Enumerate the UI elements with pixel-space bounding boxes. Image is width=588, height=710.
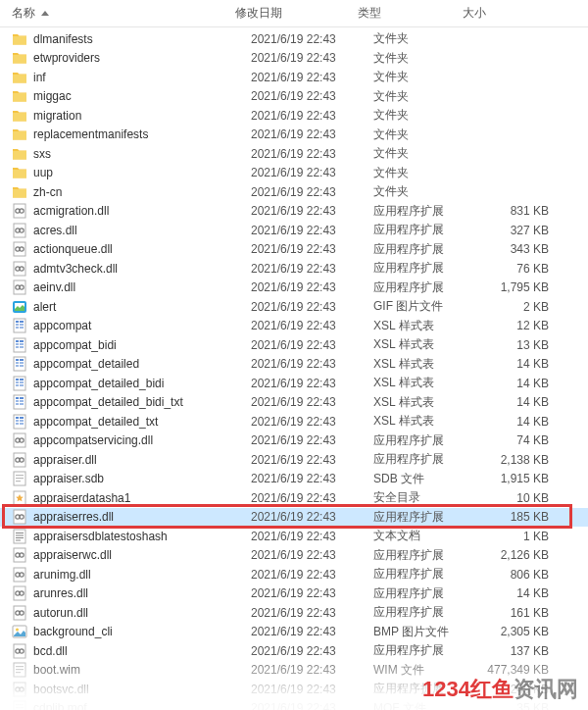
file-size: 2,305 KB xyxy=(478,625,557,638)
file-row[interactable]: appcompat_detailed_bidi2021/6/19 22:43XS… xyxy=(0,374,588,393)
svg-rect-45 xyxy=(20,384,24,386)
file-size: 2 KB xyxy=(478,300,557,314)
file-size: 343 KB xyxy=(478,242,557,256)
svg-rect-104 xyxy=(14,701,25,710)
file-row[interactable]: appcompat_detailed_bidi_txt2021/6/19 22:… xyxy=(0,393,588,413)
file-date: 2021/6/19 22:43 xyxy=(251,204,373,218)
file-row[interactable]: miggac2021/6/19 22:43文件夹 xyxy=(0,87,588,107)
wim-icon xyxy=(12,662,27,678)
file-name: arunres.dll xyxy=(33,586,251,600)
file-name: appraiserres.dll xyxy=(33,510,251,524)
file-size: 14 KB xyxy=(478,357,557,371)
file-date: 2021/6/19 22:43 xyxy=(251,510,373,524)
file-type: GIF 图片文件 xyxy=(373,298,478,315)
file-name: background_cli xyxy=(33,625,251,638)
file-name: actionqueue.dll xyxy=(33,242,251,256)
file-size: 35 KB xyxy=(478,701,557,710)
file-row[interactable]: boot.wim2021/6/19 22:43WIM 文件477,349 KB xyxy=(0,661,588,681)
file-type: XSL 样式表 xyxy=(373,318,478,334)
file-row[interactable]: appcompat2021/6/19 22:43XSL 样式表12 KB xyxy=(0,317,588,336)
svg-rect-43 xyxy=(20,381,24,383)
column-header-size[interactable]: 大小 xyxy=(463,1,561,25)
gif-icon xyxy=(12,299,27,315)
file-type: 文件夹 xyxy=(373,88,478,105)
file-date: 2021/6/19 22:43 xyxy=(251,548,373,562)
file-date: 2021/6/19 22:43 xyxy=(251,109,373,123)
file-size: 2,138 KB xyxy=(478,453,557,467)
file-row[interactable]: admtv3check.dll2021/6/19 22:43应用程序扩展76 K… xyxy=(0,259,588,279)
file-row[interactable]: acres.dll2021/6/19 22:43应用程序扩展327 KB xyxy=(0,221,588,240)
file-row[interactable]: appraiser.dll2021/6/19 22:43应用程序扩展2,138 … xyxy=(0,450,588,470)
file-date: 2021/6/19 22:43 xyxy=(251,472,373,485)
file-row[interactable]: autorun.dll2021/6/19 22:43应用程序扩展161 KB xyxy=(0,603,588,623)
file-date: 2021/6/19 22:43 xyxy=(251,606,373,620)
file-row[interactable]: migration2021/6/19 22:43文件夹 xyxy=(0,106,588,126)
file-row[interactable]: cdplib.mof2021/6/19 22:43MOF 文件35 KB xyxy=(0,699,588,711)
file-size: 12 KB xyxy=(478,319,557,332)
file-date: 2021/6/19 22:43 xyxy=(251,71,373,84)
file-type: WIM 文件 xyxy=(373,662,478,679)
file-name: miggac xyxy=(33,89,251,103)
file-row[interactable]: bootsvc.dll2021/6/19 22:43应用程序扩展249 KB xyxy=(0,680,588,699)
file-row[interactable]: etwproviders2021/6/19 22:43文件夹 xyxy=(0,49,588,69)
svg-rect-49 xyxy=(16,400,19,402)
file-row[interactable]: uup2021/6/19 22:43文件夹 xyxy=(0,164,588,183)
file-row[interactable]: zh-cn2021/6/19 22:43文件夹 xyxy=(0,182,588,202)
txt-icon xyxy=(12,529,27,544)
file-row[interactable]: bcd.dll2021/6/19 22:43应用程序扩展137 KB xyxy=(0,641,588,661)
file-type: XSL 样式表 xyxy=(373,375,478,391)
column-header-name-label: 名称 xyxy=(12,5,35,22)
file-row[interactable]: appraiserdatasha12021/6/19 22:43安全目录10 K… xyxy=(0,488,588,508)
file-row[interactable]: arunimg.dll2021/6/19 22:43应用程序扩展806 KB xyxy=(0,565,588,584)
column-header-date-label: 修改日期 xyxy=(235,5,282,22)
svg-rect-33 xyxy=(16,359,19,361)
file-row[interactable]: background_cli2021/6/19 22:43BMP 图片文件2,3… xyxy=(0,623,588,642)
file-row[interactable]: arunres.dll2021/6/19 22:43应用程序扩展14 KB xyxy=(0,584,588,604)
file-row[interactable]: appcompat_detailed2021/6/19 22:43XSL 样式表… xyxy=(0,355,588,375)
svg-rect-26 xyxy=(16,340,19,342)
xsl-icon xyxy=(12,318,27,333)
column-header-date[interactable]: 修改日期 xyxy=(235,1,358,25)
file-row[interactable]: replacementmanifests2021/6/19 22:43文件夹 xyxy=(0,126,588,145)
file-name: appcompatservicing.dll xyxy=(33,433,251,447)
file-type: 文本文档 xyxy=(373,528,478,544)
file-row[interactable]: sxs2021/6/19 22:43文件夹 xyxy=(0,144,588,164)
file-size: 13 KB xyxy=(478,338,557,352)
file-row[interactable]: appcompatservicing.dll2021/6/19 22:43应用程… xyxy=(0,431,588,451)
file-row[interactable]: appraiserwc.dll2021/6/19 22:43应用程序扩展2,12… xyxy=(0,546,588,566)
svg-point-92 xyxy=(16,629,19,632)
file-type: 文件夹 xyxy=(373,30,478,47)
file-row[interactable]: aeinv.dll2021/6/19 22:43应用程序扩展1,795 KB xyxy=(0,279,588,298)
dll-icon xyxy=(12,452,27,468)
file-size: 161 KB xyxy=(478,606,557,620)
file-type: 应用程序扩展 xyxy=(373,279,478,296)
file-name: appraiserdatasha1 xyxy=(33,491,251,505)
xsl-icon xyxy=(12,394,27,410)
column-header-name[interactable]: 名称 xyxy=(12,1,235,25)
file-date: 2021/6/19 22:43 xyxy=(251,224,373,237)
file-type: 文件夹 xyxy=(373,165,478,181)
column-header-type[interactable]: 类型 xyxy=(358,1,463,25)
svg-rect-69 xyxy=(16,481,21,482)
file-type: 文件夹 xyxy=(373,107,478,124)
file-name: appcompat xyxy=(33,319,251,332)
file-row[interactable]: appcompat_detailed_txt2021/6/19 22:43XSL… xyxy=(0,412,588,431)
file-date: 2021/6/19 22:43 xyxy=(251,415,373,429)
file-row[interactable]: acmigration.dll2021/6/19 22:43应用程序扩展831 … xyxy=(0,202,588,222)
file-row[interactable]: appraiserres.dll2021/6/19 22:43应用程序扩展185… xyxy=(0,508,588,528)
file-row[interactable]: alert2021/6/19 22:43GIF 图片文件2 KB xyxy=(0,297,588,317)
file-name: admtv3check.dll xyxy=(33,262,251,276)
file-row[interactable]: dlmanifests2021/6/19 22:43文件夹 xyxy=(0,29,588,49)
file-row[interactable]: inf2021/6/19 22:43文件夹 xyxy=(0,68,588,87)
file-row[interactable]: appraisersdblatestoshash2021/6/19 22:43文… xyxy=(0,527,588,546)
svg-rect-68 xyxy=(16,478,24,479)
dll-icon xyxy=(12,261,27,277)
dll-icon xyxy=(12,643,27,659)
file-date: 2021/6/19 22:43 xyxy=(251,185,373,199)
file-date: 2021/6/19 22:43 xyxy=(251,377,373,390)
file-row[interactable]: actionqueue.dll2021/6/19 22:43应用程序扩展343 … xyxy=(0,240,588,260)
file-row[interactable]: appcompat_bidi2021/6/19 22:43XSL 样式表13 K… xyxy=(0,335,588,355)
svg-rect-54 xyxy=(16,417,19,419)
file-row[interactable]: appraiser.sdb2021/6/19 22:43SDB 文件1,915 … xyxy=(0,470,588,489)
file-size: 2,126 KB xyxy=(478,548,557,562)
